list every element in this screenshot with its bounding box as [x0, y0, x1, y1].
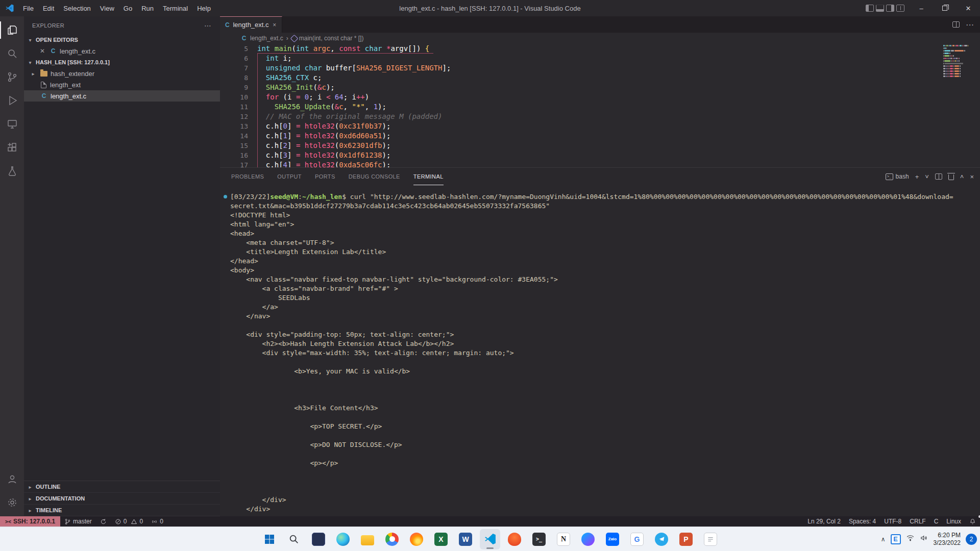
- testing-icon[interactable]: [0, 159, 24, 183]
- customize-layout-icon[interactable]: [896, 5, 904, 12]
- taskbar-search-icon[interactable]: [284, 529, 304, 549]
- section-outline[interactable]: ▸OUTLINE: [24, 481, 220, 493]
- close-editor-icon[interactable]: ✕: [38, 47, 46, 55]
- cursor-position[interactable]: Ln 29, Col 2: [803, 516, 845, 527]
- open-editors-section[interactable]: ▾ OPEN EDITORS: [24, 34, 220, 45]
- split-editor-icon[interactable]: [952, 21, 960, 28]
- menu-terminal[interactable]: Terminal: [158, 2, 192, 15]
- more-actions-icon[interactable]: ⋯: [966, 20, 974, 30]
- terminal-output[interactable]: [03/23/22]seed@VM:~/hash_len$ curl "http…: [220, 185, 980, 516]
- code-line-12[interactable]: 12 // MAC of the original message M (pad…: [220, 112, 980, 121]
- ports-indicator[interactable]: 0: [147, 516, 167, 527]
- code-line-13[interactable]: 13 c.h[0] = htole32(0xc31f0b37);: [220, 121, 980, 131]
- open-editor-item[interactable]: ✕ C length_ext.c: [24, 45, 220, 57]
- notifications-bell-icon[interactable]: [965, 516, 980, 527]
- code-line-16[interactable]: 16 c.h[3] = htole32(0x1df61238);: [220, 151, 980, 160]
- code-line-6[interactable]: 6 int i;: [220, 54, 980, 63]
- tree-item-hash_extender[interactable]: ▸hash_extender: [24, 68, 220, 79]
- shell-selector[interactable]: >_ bash: [886, 173, 909, 180]
- tray-overflow-icon[interactable]: ∧: [881, 536, 886, 543]
- taskbar-firefox-icon[interactable]: [406, 529, 427, 549]
- code-line-7[interactable]: 7 unsigned char buffer[SHA256_DIGEST_LEN…: [220, 63, 980, 73]
- search-icon[interactable]: [0, 42, 24, 65]
- encoding[interactable]: UTF-8: [880, 516, 905, 527]
- sync-icon[interactable]: [96, 516, 111, 527]
- git-branch[interactable]: master: [60, 516, 96, 527]
- taskbar-excel-icon[interactable]: X: [431, 529, 451, 549]
- menu-edit[interactable]: Edit: [38, 2, 59, 15]
- terminal-dropdown-icon[interactable]: ˅: [925, 173, 929, 181]
- input-method-icon[interactable]: E: [891, 534, 901, 544]
- menu-go[interactable]: Go: [119, 2, 137, 15]
- volume-icon[interactable]: [920, 534, 928, 544]
- indentation[interactable]: Spaces: 4: [845, 516, 880, 527]
- section-timeline[interactable]: ▸TIMELINE: [24, 505, 220, 516]
- code-line-10[interactable]: 10 for (i = 0; i < 64; i++): [220, 92, 980, 102]
- close-panel-icon[interactable]: ×: [970, 173, 974, 181]
- panel-tab-debug-console[interactable]: DEBUG CONSOLE: [349, 168, 400, 185]
- code-line-5[interactable]: 5int main(int argc, const char *argv[]) …: [220, 44, 980, 54]
- extensions-icon[interactable]: [0, 136, 24, 159]
- section-documentation[interactable]: ▸DOCUMENTATION: [24, 493, 220, 505]
- code-line-15[interactable]: 15 c.h[2] = htole32(0x62301dfb);: [220, 141, 980, 151]
- code-editor[interactable]: 5int main(int argc, const char *argv[]) …: [220, 44, 980, 167]
- code-line-14[interactable]: 14 c.h[1] = htole32(0xd6d60a51);: [220, 131, 980, 141]
- toggle-secondary-sidebar-icon[interactable]: [886, 5, 894, 12]
- maximize-panel-icon[interactable]: ˄: [960, 173, 964, 181]
- toggle-panel-icon[interactable]: [876, 5, 884, 12]
- tree-item-length_ext[interactable]: length_ext: [24, 79, 220, 90]
- taskbar-notepad-icon[interactable]: [700, 529, 721, 549]
- code-line-11[interactable]: 11 SHA256_Update(&c, "*", 1);: [220, 102, 980, 112]
- views-actions-icon[interactable]: ⋯: [204, 21, 212, 30]
- panel-tab-terminal[interactable]: TERMINAL: [413, 168, 444, 185]
- taskbar-powerpoint-icon[interactable]: P: [676, 529, 696, 549]
- panel-tab-output[interactable]: OUTPUT: [277, 168, 302, 185]
- panel-tab-problems[interactable]: PROBLEMS: [231, 168, 264, 185]
- eol-sequence[interactable]: CRLF: [905, 516, 929, 527]
- code-line-17[interactable]: 17 c.h[4] = htole32(0xda5c06fc);: [220, 160, 980, 167]
- taskbar-chrome-icon[interactable]: [382, 529, 402, 549]
- remote-explorer-icon[interactable]: [0, 112, 24, 136]
- toggle-sidebar-icon[interactable]: [866, 5, 874, 12]
- new-terminal-icon[interactable]: +: [915, 173, 919, 181]
- problems-indicator[interactable]: 0 0: [111, 516, 147, 527]
- menu-file[interactable]: File: [18, 2, 38, 15]
- settings-gear-icon[interactable]: [0, 491, 24, 514]
- taskbar-messenger-icon[interactable]: [578, 529, 598, 549]
- taskbar-edge-icon[interactable]: [333, 529, 353, 549]
- taskbar-zalo-icon[interactable]: Zalo: [602, 529, 623, 549]
- clock[interactable]: 6:20 PM 3/23/2022: [934, 532, 961, 547]
- command-decoration-icon[interactable]: [224, 195, 227, 198]
- accounts-icon[interactable]: [0, 467, 24, 491]
- menu-help[interactable]: Help: [192, 2, 215, 15]
- breadcrumb-file[interactable]: C length_ext.c: [240, 35, 283, 42]
- taskbar-google-icon[interactable]: G: [627, 529, 647, 549]
- tab-length-ext-c[interactable]: C length_ext.c ×: [220, 16, 282, 33]
- language-mode[interactable]: C: [930, 516, 943, 527]
- minimap[interactable]: [943, 45, 973, 77]
- remote-indicator[interactable]: >< SSH: 127.0.0.1: [0, 516, 60, 527]
- taskbar-file-explorer-icon[interactable]: [357, 529, 378, 549]
- restore-button[interactable]: [933, 0, 957, 16]
- notification-count-badge[interactable]: 2: [966, 534, 977, 545]
- taskbar-brave-icon[interactable]: [504, 529, 525, 549]
- taskbar-terminal-icon[interactable]: >_: [529, 529, 549, 549]
- taskbar-vscode-icon[interactable]: [480, 529, 500, 549]
- source-control-icon[interactable]: [0, 65, 24, 89]
- workspace-section[interactable]: ▾ HASH_LEN [SSH: 127.0.0.1]: [24, 57, 220, 68]
- taskbar-task-view-icon[interactable]: [308, 529, 329, 549]
- run-debug-icon[interactable]: [0, 89, 24, 112]
- code-line-9[interactable]: 9 SHA256_Init(&c);: [220, 83, 980, 92]
- wifi-icon[interactable]: [906, 534, 915, 544]
- explorer-icon[interactable]: [0, 18, 24, 42]
- taskbar-telegram-icon[interactable]: [651, 529, 672, 549]
- taskbar-start-icon[interactable]: [259, 529, 280, 549]
- code-line-8[interactable]: 8 SHA256_CTX c;: [220, 73, 980, 83]
- taskbar-notion-icon[interactable]: N: [553, 529, 574, 549]
- menu-view[interactable]: View: [95, 2, 119, 15]
- minimize-button[interactable]: –: [910, 0, 933, 16]
- close-button[interactable]: ✕: [957, 0, 980, 16]
- menu-selection[interactable]: Selection: [59, 2, 95, 15]
- breadcrumb-symbol[interactable]: main(int, const char * []): [291, 35, 364, 42]
- taskbar-word-icon[interactable]: W: [455, 529, 476, 549]
